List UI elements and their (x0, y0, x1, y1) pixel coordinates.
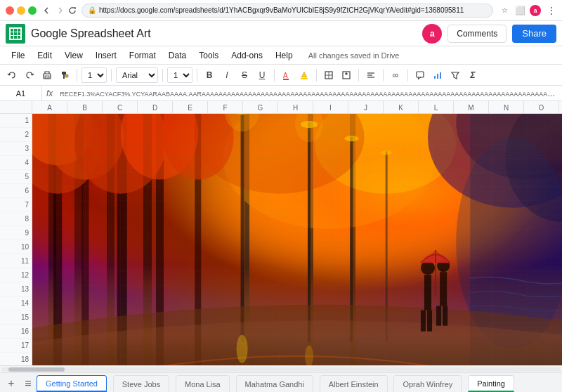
menu-format[interactable]: Format (124, 49, 162, 62)
tab-painting[interactable]: Painting (468, 375, 514, 392)
browser-forward-icon[interactable] (55, 6, 64, 15)
row-3[interactable]: 3 (0, 142, 32, 156)
bold-button[interactable]: B (202, 67, 217, 83)
url-text: https://docs.google.com/spreadsheets/d/1… (99, 6, 464, 14)
text-color-button[interactable]: A (279, 67, 294, 83)
underline-button[interactable]: U (254, 67, 270, 83)
close-window-btn[interactable] (6, 6, 14, 15)
tab-oprah-winfrey[interactable]: Oprah Winfrey (393, 375, 462, 392)
painting-area[interactable] (32, 114, 562, 365)
menu-data[interactable]: Data (163, 49, 192, 62)
row-1[interactable]: 1 (0, 114, 32, 128)
user-avatar[interactable]: a (422, 24, 442, 44)
menu-view[interactable]: View (59, 49, 89, 62)
maximize-window-btn[interactable] (28, 6, 37, 15)
row-numbers: 1 2 3 4 5 6 7 8 9 10 11 12 13 14 15 16 1… (0, 114, 32, 365)
cell-reference[interactable]: A1 (0, 86, 42, 100)
menu-insert[interactable]: Insert (90, 49, 122, 62)
address-bar[interactable]: 🔒 https://docs.google.com/spreadsheets/d… (81, 4, 493, 18)
svg-rect-4 (283, 79, 289, 80)
menu-edit[interactable]: Edit (32, 49, 58, 62)
strikethrough-button[interactable]: S (237, 67, 252, 83)
col-header-B[interactable]: B (67, 101, 103, 113)
row-15[interactable]: 15 (0, 311, 32, 325)
minimize-window-btn[interactable] (17, 6, 25, 15)
row-7[interactable]: 7 (0, 198, 32, 212)
sheet-menu-button[interactable]: ≡ (20, 375, 37, 392)
col-header-A[interactable]: A (32, 101, 67, 113)
app-title: Google Spreadsheet Art (31, 27, 151, 40)
col-header-F[interactable]: F (208, 101, 243, 113)
menu-addons[interactable]: Add-ons (226, 49, 268, 62)
toolbar: 123 - 100% Arial 10 B I S U A ∞ Σ (0, 65, 562, 86)
link-button[interactable]: ∞ (388, 67, 403, 83)
col-header-H[interactable]: H (278, 101, 313, 113)
row-5[interactable]: 5 (0, 170, 32, 184)
col-header-J[interactable]: J (348, 101, 384, 113)
row-18[interactable]: 18 (0, 353, 32, 365)
row-6[interactable]: 6 (0, 184, 32, 198)
align-left-button[interactable] (363, 67, 379, 83)
row-12[interactable]: 12 (0, 268, 32, 282)
col-header-O[interactable]: O (524, 101, 559, 113)
star-icon[interactable]: ☆ (499, 5, 510, 16)
row-11[interactable]: 11 (0, 254, 32, 268)
profile-icon[interactable]: a (530, 5, 541, 16)
undo-button[interactable] (4, 67, 20, 83)
zoom-select[interactable]: 123 - 100% (81, 67, 107, 83)
merge-cells-button[interactable] (339, 67, 354, 83)
menu-dots-icon[interactable]: ⋮ (545, 5, 556, 16)
paint-format-button[interactable] (57, 67, 72, 83)
col-header-D[interactable]: D (138, 101, 173, 113)
col-header-I[interactable]: I (313, 101, 348, 113)
col-header-N[interactable]: N (489, 101, 524, 113)
insert-comment-button[interactable] (412, 67, 428, 83)
fill-color-button[interactable] (296, 67, 312, 83)
scroll-thumb[interactable] (8, 367, 65, 372)
filter-button[interactable] (447, 67, 463, 83)
col-header-K[interactable]: K (384, 101, 419, 113)
chart-button[interactable] (430, 67, 445, 83)
menu-file[interactable]: File (6, 49, 30, 62)
row-10[interactable]: 10 (0, 240, 32, 254)
fontsize-select[interactable]: 10 (167, 67, 192, 83)
col-header-E[interactable]: E (173, 101, 208, 113)
font-select[interactable]: Arial (116, 67, 158, 83)
italic-button[interactable]: I (219, 67, 235, 83)
comments-button[interactable]: Comments (447, 25, 507, 43)
row-2[interactable]: 2 (0, 128, 32, 142)
tab-getting-started[interactable]: Getting Started (37, 375, 107, 392)
horizontal-scrollbar[interactable] (0, 365, 562, 372)
function-button[interactable]: Σ (465, 67, 481, 83)
row-13[interactable]: 13 (0, 282, 32, 296)
col-header-C[interactable]: C (103, 101, 138, 113)
select-all-button[interactable] (0, 101, 32, 113)
print-button[interactable] (39, 67, 55, 83)
col-header-P[interactable]: P (559, 101, 562, 113)
col-header-G[interactable]: G (243, 101, 278, 113)
tab-steve-jobs[interactable]: Steve Jobs (113, 375, 169, 392)
painting-svg (32, 114, 562, 365)
row-14[interactable]: 14 (0, 296, 32, 311)
extension-icon[interactable]: ⬜ (514, 5, 525, 16)
row-8[interactable]: 8 (0, 212, 32, 226)
borders-button[interactable] (321, 67, 336, 83)
browser-reload-icon[interactable] (68, 6, 77, 15)
row-17[interactable]: 17 (0, 339, 32, 353)
row-9[interactable]: 9 (0, 226, 32, 240)
tab-mahatma-gandhi[interactable]: Mahatma Gandhi (236, 375, 313, 392)
add-sheet-button[interactable]: + (3, 375, 20, 392)
formula-content[interactable]: RECEF1.3%ACYACF3%.YCYAARAABAAAA.AARAAAAA… (57, 89, 562, 98)
row-4[interactable]: 4 (0, 156, 32, 170)
menu-help[interactable]: Help (270, 49, 299, 62)
menu-tools[interactable]: Tools (193, 49, 224, 62)
col-header-L[interactable]: L (419, 101, 454, 113)
scroll-track (1, 367, 561, 372)
browser-back-icon[interactable] (43, 6, 51, 15)
redo-button[interactable] (22, 67, 37, 83)
row-16[interactable]: 16 (0, 325, 32, 339)
col-header-M[interactable]: M (454, 101, 489, 113)
share-button[interactable]: Share (512, 25, 556, 43)
tab-albert-einstein[interactable]: Albert Einstein (320, 375, 388, 392)
tab-mona-lisa[interactable]: Mona Lisa (176, 375, 230, 392)
